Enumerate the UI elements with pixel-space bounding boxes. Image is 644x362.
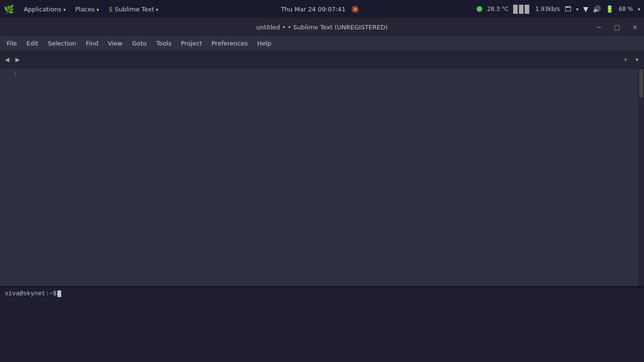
menu-view[interactable]: View (103, 38, 128, 49)
network-bars-icon: ▊▊▊ (513, 5, 531, 14)
tab-nav-right-button[interactable]: ▶ (12, 54, 23, 65)
line-numbers: 1 (0, 68, 23, 286)
places-menu[interactable]: Places (70, 4, 103, 15)
window-title: untitled • • Sublime Text (UNREGISTERED) (256, 24, 387, 31)
restore-button[interactable]: □ (608, 18, 626, 36)
tab-nav-left-button[interactable]: ◀ (2, 54, 12, 65)
menu-edit[interactable]: Edit (22, 38, 43, 49)
notification-bell-icon[interactable]: 🔕 (351, 6, 359, 13)
applications-menu[interactable]: Applications (19, 4, 70, 15)
tab-actions: + ▾ (620, 54, 642, 65)
menu-selection[interactable]: Selection (43, 38, 81, 49)
menu-project[interactable]: Project (176, 38, 206, 49)
places-chevron-icon (97, 6, 99, 13)
volume-icon: 🔊 (593, 5, 601, 13)
applications-label: Applications (24, 6, 61, 13)
battery-label: 68 % (618, 6, 633, 12)
menu-file[interactable]: File (2, 38, 22, 49)
battery-chevron-icon (638, 6, 640, 12)
menu-bar: File Edit Selection Find View Goto Tools… (0, 36, 644, 51)
editor-scrollbar[interactable] (638, 68, 644, 286)
menu-tools[interactable]: Tools (151, 38, 176, 49)
system-bar: 🌿 Applications Places $ Sublime Text Thu… (0, 0, 644, 18)
datetime-label: Thu Mar 24 09:07:41 (281, 6, 345, 13)
menu-help[interactable]: Help (252, 38, 276, 49)
close-button[interactable]: × (626, 18, 644, 36)
network-speed-label: 1.93kb/s (535, 6, 560, 12)
window-controls: − □ × (590, 18, 644, 36)
terminal-cursor (57, 290, 61, 297)
sublime-text-menu[interactable]: $ Sublime Text (104, 3, 163, 15)
system-center: Thu Mar 24 09:07:41 🔕 (163, 6, 477, 13)
network-status-icon (477, 6, 482, 12)
places-label: Places (75, 6, 94, 13)
window-toggle-icon[interactable]: 🗔 (565, 5, 571, 13)
os-logo-icon: 🌿 (4, 4, 14, 14)
new-tab-button[interactable]: + (620, 54, 631, 65)
line-number-1: 1 (0, 70, 17, 80)
menu-preferences[interactable]: Preferences (207, 38, 252, 49)
cpu-temp-label: 28.3 °C (487, 6, 508, 12)
minimize-button[interactable]: − (590, 18, 608, 36)
menu-goto[interactable]: Goto (127, 38, 151, 49)
window-chevron-icon (576, 6, 579, 12)
scrollbar-thumb[interactable] (639, 69, 643, 98)
terminal-prompt: siva@skynet:~$ (5, 290, 639, 297)
title-bar: untitled • • Sublime Text (UNREGISTERED)… (0, 18, 644, 36)
menu-find[interactable]: Find (81, 38, 103, 49)
editor-area: 1 (0, 68, 644, 286)
editor-content[interactable] (23, 68, 638, 286)
terminal-area[interactable]: siva@skynet:~$ (0, 286, 644, 362)
applications-chevron-icon (63, 6, 65, 13)
sublime-chevron-icon (156, 6, 158, 13)
sublime-icon: $ (109, 5, 113, 13)
terminal-prompt-text: siva@skynet:~$ (5, 290, 56, 297)
tab-dropdown-button[interactable]: ▾ (632, 54, 642, 65)
battery-icon: 🔋 (606, 5, 614, 13)
wifi-icon: ▼ (583, 5, 589, 13)
sublime-label: Sublime Text (115, 6, 154, 13)
tab-bar: ◀ ▶ + ▾ (0, 51, 644, 68)
system-tray: 28.3 °C ▊▊▊ 1.93kb/s 🗔 ▼ 🔊 🔋 68 % (477, 5, 640, 14)
